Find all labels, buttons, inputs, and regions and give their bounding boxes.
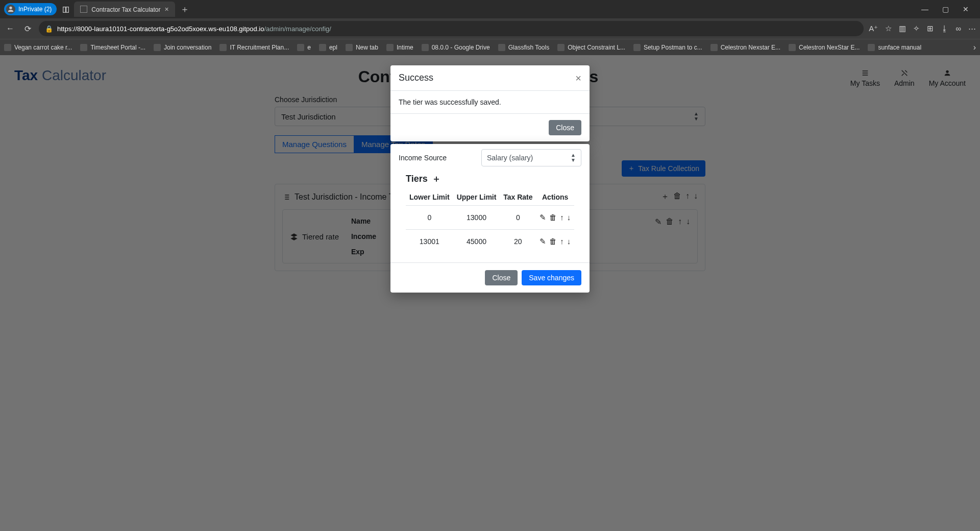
income-source-value: Salary (salary): [487, 154, 533, 162]
refresh-icon[interactable]: ⟳: [21, 24, 34, 34]
bookmark-favicon-icon: [868, 44, 875, 51]
menu-icon[interactable]: ⋯: [968, 24, 976, 33]
avatar-icon: [6, 5, 15, 14]
success-body: The tier was successfully saved.: [390, 91, 590, 113]
bookmark-favicon-icon: [319, 44, 326, 51]
read-aloud-icon[interactable]: A⁺: [869, 24, 878, 33]
bookmark-favicon-icon: [557, 44, 565, 51]
workspace-icon[interactable]: [62, 5, 70, 14]
bookmark-favicon-icon: [633, 44, 641, 51]
bookmark-item[interactable]: Celestron NexStar E...: [789, 44, 860, 51]
minimize-icon[interactable]: —: [915, 5, 935, 13]
table-row: 0130000✎🗑↑↓: [406, 206, 574, 230]
table-row: 130014500020✎🗑↑↓: [406, 230, 574, 254]
bookmark-favicon-icon: [154, 44, 161, 51]
bookmark-favicon-icon: [498, 44, 505, 51]
moveup-icon[interactable]: ↑: [560, 237, 564, 246]
close-window-icon[interactable]: ✕: [955, 5, 976, 13]
col-lower: Lower Limit: [406, 189, 453, 206]
bookmark-item[interactable]: Timesheet Portal -...: [80, 44, 145, 51]
titlebar: InPrivate (2) Contractor Tax Calculator …: [0, 0, 980, 18]
bookmark-favicon-icon: [297, 44, 304, 51]
bookmark-item[interactable]: Join conversation: [154, 44, 211, 51]
tab-close-icon[interactable]: ×: [165, 5, 169, 13]
income-source-select[interactable]: Salary (salary) ▲▼: [481, 149, 581, 166]
bookmark-item[interactable]: Setup Postman to c...: [633, 44, 702, 51]
col-actions: Actions: [536, 189, 574, 206]
edit-icon[interactable]: ✎: [540, 213, 546, 222]
bookmark-item[interactable]: New tab: [346, 44, 378, 51]
tiers-heading: Tiers: [406, 174, 428, 184]
svg-rect-2: [66, 7, 69, 12]
url-host: https://8000-laura10101-contractorta-g5o…: [57, 25, 264, 33]
bookmark-favicon-icon: [219, 44, 227, 51]
bookmark-favicon-icon: [346, 44, 353, 51]
income-source-label: Income Source: [399, 154, 475, 162]
moveup-icon[interactable]: ↑: [560, 213, 564, 222]
toolbar-icons: A⁺ ☆ ▥ ✧ ⊞ ⭳ ∞ ⋯: [869, 24, 976, 33]
sync-icon[interactable]: ∞: [955, 24, 961, 33]
bookmarks-overflow-icon[interactable]: ›: [973, 43, 976, 52]
modal-overlay: Success × The tier was successfully save…: [0, 55, 980, 531]
new-tab-button[interactable]: ＋: [180, 3, 189, 15]
add-tier-button[interactable]: ＋: [432, 173, 441, 185]
favorite-icon[interactable]: ☆: [885, 24, 892, 33]
bookmark-item[interactable]: epl: [319, 44, 337, 51]
url-input[interactable]: 🔒 https://8000-laura10101-contractorta-g…: [39, 21, 864, 36]
bookmark-item[interactable]: IT Recruitment Plan...: [219, 44, 289, 51]
bookmark-item[interactable]: Vegan carrot cake r...: [4, 44, 72, 51]
collections-icon[interactable]: ▥: [899, 24, 906, 33]
delete-icon[interactable]: 🗑: [549, 213, 557, 222]
col-rate: Tax Rate: [500, 189, 536, 206]
favorites-bar-icon[interactable]: ✧: [913, 24, 920, 33]
back-icon[interactable]: ←: [4, 24, 16, 33]
success-modal: Success × The tier was successfully save…: [390, 65, 590, 141]
delete-icon[interactable]: 🗑: [549, 237, 557, 246]
svg-point-0: [9, 7, 12, 9]
bookmark-favicon-icon: [710, 44, 718, 51]
svg-rect-1: [63, 7, 66, 12]
address-bar: ← ⟳ 🔒 https://8000-laura10101-contractor…: [0, 18, 980, 39]
extensions-icon[interactable]: ⊞: [927, 24, 934, 33]
tiers-save-button[interactable]: Save changes: [522, 270, 581, 285]
inprivate-badge[interactable]: InPrivate (2): [4, 3, 57, 15]
edit-icon[interactable]: ✎: [540, 237, 546, 246]
success-close-button[interactable]: Close: [549, 120, 581, 135]
bookmark-item[interactable]: Object Constraint L...: [557, 44, 625, 51]
col-upper: Upper Limit: [453, 189, 500, 206]
bookmark-favicon-icon: [422, 44, 429, 51]
bookmarks-bar: Vegan carrot cake r...Timesheet Portal -…: [0, 39, 980, 55]
tiers-modal: Income Source Salary (salary) ▲▼ Tiers ＋: [390, 144, 590, 293]
bookmark-favicon-icon: [4, 44, 11, 51]
movedown-icon[interactable]: ↓: [567, 213, 571, 222]
success-title: Success: [399, 73, 433, 83]
bookmark-item[interactable]: e: [297, 44, 311, 51]
tiers-table: Lower Limit Upper Limit Tax Rate Actions…: [406, 189, 574, 253]
bookmark-favicon-icon: [80, 44, 87, 51]
browser-tab[interactable]: Contractor Tax Calculator ×: [74, 2, 175, 17]
downloads-icon[interactable]: ⭳: [941, 24, 948, 33]
bookmark-item[interactable]: Intime: [386, 44, 413, 51]
bookmark-item[interactable]: sunface manual: [868, 44, 921, 51]
url-path: /admin/manage/config/: [264, 25, 331, 33]
bookmark-item[interactable]: Celestron Nexstar E...: [710, 44, 780, 51]
viewport: Tax Calculator Configure Tax Rules and R…: [0, 55, 980, 531]
lock-icon: 🔒: [45, 25, 53, 33]
chevron-updown-icon: ▲▼: [571, 153, 576, 163]
movedown-icon[interactable]: ↓: [567, 237, 571, 246]
bookmark-favicon-icon: [789, 44, 796, 51]
tab-favicon-icon: [80, 6, 87, 13]
tiers-close-button[interactable]: Close: [485, 270, 518, 285]
inprivate-label: InPrivate (2): [18, 6, 52, 13]
bookmark-item[interactable]: 08.0.0 - Google Drive: [422, 44, 490, 51]
modal-close-icon[interactable]: ×: [575, 73, 581, 83]
bookmark-favicon-icon: [386, 44, 394, 51]
tab-title: Contractor Tax Calculator: [91, 6, 160, 13]
maximize-icon[interactable]: ▢: [935, 5, 955, 13]
bookmark-item[interactable]: Glassfish Tools: [498, 44, 549, 51]
